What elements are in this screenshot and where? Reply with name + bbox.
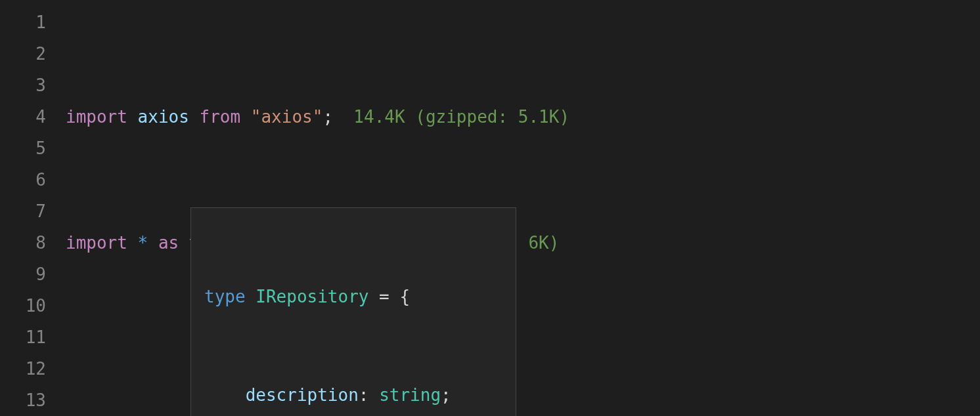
keyword-as: as — [158, 233, 179, 253]
string-literal: "axios" — [251, 107, 323, 127]
keyword-from: from — [200, 107, 241, 127]
line-number: 9 — [0, 259, 46, 290]
keyword-type: type — [204, 287, 246, 306]
line-number: 12 — [0, 353, 46, 385]
semicolon: ; — [323, 107, 333, 127]
code-area[interactable]: import axios from "axios"; 14.4K (gzippe… — [66, 0, 980, 416]
colon: : — [359, 385, 379, 405]
line-number: 1 — [0, 7, 46, 38]
line-number: 2 — [0, 38, 46, 70]
tooltip-line: type IRepository = { — [204, 280, 502, 313]
size-hint: 14.4K (gzipped: 5.1K) — [333, 107, 569, 127]
line-number: 4 — [0, 101, 46, 133]
line-number: 10 — [0, 290, 46, 322]
keyword-import: import — [66, 233, 127, 253]
hover-tooltip: type IRepository = { description: string… — [190, 207, 516, 416]
indent — [204, 385, 246, 405]
identifier: axios — [138, 107, 189, 127]
type-name: string — [379, 385, 441, 405]
line-number: 13 — [0, 385, 46, 416]
line-number: 3 — [0, 70, 46, 101]
line-number: 8 — [0, 227, 46, 259]
code-line[interactable]: import axios from "axios"; 14.4K (gzippe… — [66, 101, 980, 133]
line-number: 7 — [0, 196, 46, 227]
semicolon: ; — [441, 385, 451, 405]
line-number: 6 — [0, 164, 46, 196]
tooltip-line: description: string; — [204, 379, 502, 411]
line-number: 5 — [0, 133, 46, 164]
type-name: IRepository — [256, 287, 368, 306]
code-editor[interactable]: 1 2 3 4 5 6 7 8 9 10 11 12 13 import axi… — [0, 0, 980, 416]
property-name: description — [246, 385, 359, 405]
equals-brace: = { — [368, 287, 410, 306]
line-number-gutter: 1 2 3 4 5 6 7 8 9 10 11 12 13 — [0, 0, 66, 416]
star-token: * — [138, 233, 148, 253]
keyword-import: import — [66, 107, 127, 127]
line-number: 11 — [0, 322, 46, 353]
